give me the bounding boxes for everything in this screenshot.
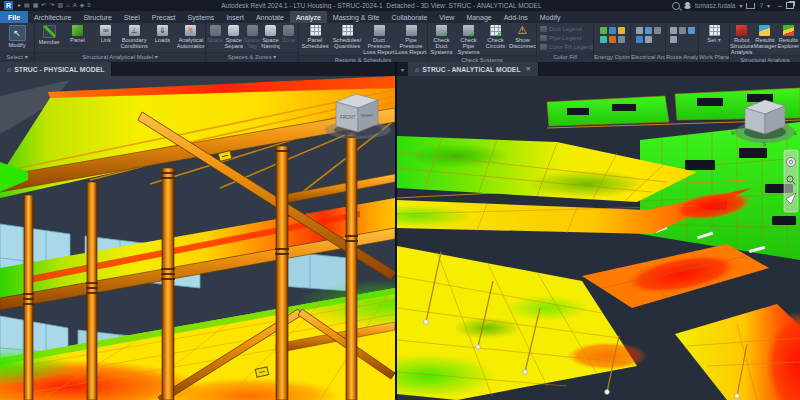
loads-button[interactable]: ⇓ Loads	[148, 24, 176, 43]
space-tag-button[interactable]: Space Tag	[243, 24, 261, 49]
panel-label-energy[interactable]: Energy Optimization	[594, 52, 630, 62]
panel-label-colorfill[interactable]: Color Fill	[537, 52, 593, 62]
results-explorer-button[interactable]: Results Explorer	[777, 24, 800, 49]
tab-view[interactable]: View	[433, 11, 460, 23]
search-icon[interactable]	[672, 2, 680, 10]
redo-icon[interactable]: ↷	[49, 1, 54, 10]
thin-lines-icon[interactable]: ≡	[87, 1, 91, 10]
open-icon[interactable]: ▸	[18, 1, 21, 10]
check-pipe-icon: ✓	[463, 25, 474, 36]
close-view-icon[interactable]: ✕	[526, 65, 531, 73]
panel-route-analysis: Route Analysis	[666, 23, 699, 62]
tab-systems[interactable]: Systems	[182, 11, 221, 23]
pipe-legend-button[interactable]: Pipe Legend	[537, 34, 585, 43]
signed-in-user[interactable]: tomasz.fudala	[695, 2, 735, 9]
panel-schedules-button[interactable]: Panel Schedules	[299, 24, 331, 49]
zone-button[interactable]: Zone	[280, 24, 298, 43]
tab-annotate[interactable]: Annotate	[250, 11, 290, 23]
tab-precast[interactable]: Precast	[146, 11, 182, 23]
tab-massing-site[interactable]: Massing & Site	[327, 11, 386, 23]
panel-label-reports[interactable]: Reports & Schedules	[299, 55, 427, 62]
tab-list-chevron-icon[interactable]: ▾	[397, 62, 408, 76]
help-icon[interactable]: ?	[759, 2, 763, 9]
print-icon[interactable]: ▥	[57, 1, 63, 10]
space-button[interactable]: Space	[206, 24, 224, 43]
pipe-pressure-loss-report-button[interactable]: Pipe Pressure Loss Report	[395, 24, 427, 55]
user-menu-chevron-icon[interactable]: ▾	[739, 3, 742, 9]
panel-label-spaces[interactable]: Spaces & Zones ▾	[206, 52, 298, 62]
help-menu-chevron-icon[interactable]: ▾	[767, 3, 770, 9]
app-store-icon[interactable]	[746, 3, 755, 9]
electrical-tools-icons[interactable]	[636, 24, 661, 43]
viewcube-front-label[interactable]: FRONT	[340, 115, 356, 120]
tab-architecture[interactable]: Architecture	[28, 11, 77, 23]
set-work-plane-button[interactable]: Set ▾	[699, 24, 729, 43]
ribbon-tab-bar: File Architecture Structure Steel Precas…	[0, 11, 800, 23]
color-fill-legend-button[interactable]: Color Fill Legend	[537, 43, 596, 52]
link-icon: ∞	[100, 25, 111, 36]
save-icon[interactable]: ▤	[24, 1, 30, 10]
viewcube-right-label[interactable]: RIGHT	[361, 113, 374, 118]
member-button[interactable]: Member	[35, 24, 63, 45]
check-circuits-button[interactable]: ✓ Check Circuits	[482, 24, 509, 49]
check-duct-systems-button[interactable]: ✓ Check Duct Systems	[428, 24, 455, 55]
section-icon[interactable]: ◈	[80, 1, 85, 10]
robot-structural-analysis-button[interactable]: Robot Structural Analysis	[730, 24, 753, 55]
link-button[interactable]: ∞ Link	[92, 24, 120, 43]
sync-icon[interactable]: ▦	[33, 1, 39, 10]
physical-model-canvas[interactable]: FRONT RIGHT	[0, 76, 395, 400]
panel-label-route[interactable]: Route Analysis	[666, 52, 698, 62]
viewcube-east-label[interactable]: E	[794, 131, 797, 136]
show-disconnects-button[interactable]: ⚠ Show Disconnects	[509, 24, 536, 49]
tab-struc-physical-model[interactable]: ⌂ STRUC - PHYSICAL MODEL	[0, 62, 112, 76]
text-icon[interactable]: A	[73, 1, 77, 10]
panel-label-workplane[interactable]: Work Plane	[699, 52, 729, 62]
restore-button[interactable]	[786, 2, 794, 9]
home-view-icon: ⌂	[7, 66, 11, 73]
physical-model-view[interactable]: FRONT RIGHT	[0, 76, 395, 400]
panel-label-electrical[interactable]: Electrical Analysis	[631, 52, 665, 62]
results-manager-button[interactable]: Results Manager	[753, 24, 776, 49]
navigation-bar[interactable]	[784, 150, 798, 212]
check-pipe-systems-button[interactable]: ✓ Check Pipe Systems	[455, 24, 482, 55]
user-avatar-icon[interactable]	[684, 2, 691, 9]
tab-structure[interactable]: Structure	[77, 11, 117, 23]
tab-analyze[interactable]: Analyze	[290, 11, 327, 23]
tab-struc-analytical-model[interactable]: ⌂ STRUC - ANALYTICAL MODEL ✕	[408, 62, 539, 76]
viewcube-south-label[interactable]: S	[763, 142, 766, 147]
analytical-automation-icon: ↯	[185, 25, 196, 36]
tab-collaborate[interactable]: Collaborate	[386, 11, 434, 23]
tab-modify[interactable]: Modify	[534, 11, 567, 23]
minimize-button[interactable]: ‒	[778, 2, 782, 9]
member-icon	[43, 25, 56, 38]
analytical-model-canvas[interactable]: W S E	[397, 76, 800, 400]
route-tools-icons[interactable]	[670, 24, 695, 43]
panel-button[interactable]: Panel	[63, 24, 91, 43]
analytical-automation-button[interactable]: ↯ Analytical Automation	[177, 24, 205, 49]
tab-file[interactable]: File	[0, 11, 28, 23]
analytical-model-view[interactable]: W S E	[397, 76, 800, 400]
duct-legend-button[interactable]: Duct Legend	[537, 25, 585, 34]
default-3d-view-icon[interactable]: ⌂	[66, 1, 70, 10]
panel-label-sam[interactable]: Structural Analytical Model ▾	[35, 52, 205, 62]
revit-logo-icon[interactable]: R	[4, 1, 13, 10]
panel-label-structural[interactable]: Structural Analysis	[730, 55, 800, 62]
space-naming-button[interactable]: Space Naming	[261, 24, 279, 49]
modify-button[interactable]: ↖ Modify	[0, 24, 34, 48]
boundary-conditions-icon: ⊥	[129, 25, 140, 36]
check-circuits-icon: ✓	[490, 25, 501, 36]
panel-reports-schedules: Panel Schedules Schedules/ Quantities Du…	[299, 23, 428, 62]
tab-insert[interactable]: Insert	[220, 11, 250, 23]
panel-label-check[interactable]: Check Systems	[428, 55, 536, 62]
tab-steel[interactable]: Steel	[118, 11, 146, 23]
panel-label-select[interactable]: Select ▾	[0, 52, 34, 62]
energy-tools-icons[interactable]	[600, 24, 625, 43]
space-separator-button[interactable]: Space Separator	[224, 24, 242, 49]
boundary-conditions-button[interactable]: ⊥ Boundary Conditions	[120, 24, 148, 49]
tab-manage[interactable]: Manage	[460, 11, 497, 23]
undo-icon[interactable]: ↶	[41, 1, 46, 10]
tab-add-ins[interactable]: Add-Ins	[498, 11, 534, 23]
space-icon	[210, 25, 221, 36]
schedules-quantities-button[interactable]: Schedules/ Quantities	[331, 24, 363, 49]
duct-pressure-loss-report-button[interactable]: Duct Pressure Loss Report	[363, 24, 395, 55]
